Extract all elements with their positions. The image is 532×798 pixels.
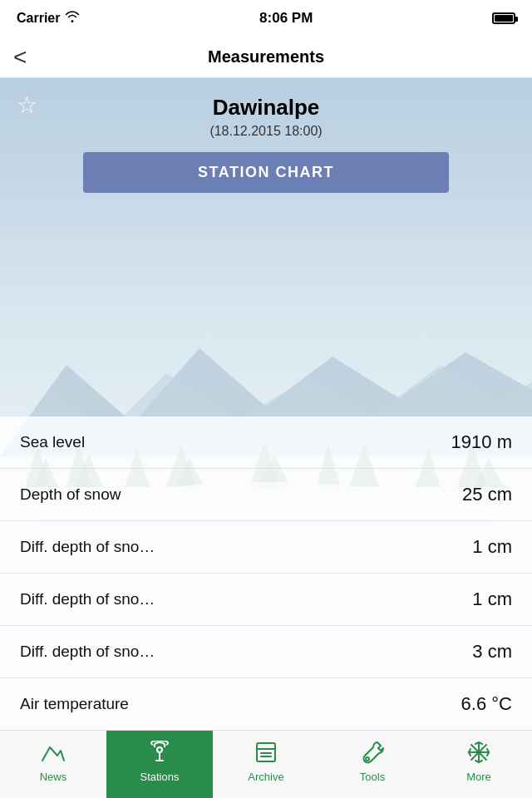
measurement-value-2: 1 cm — [472, 536, 512, 558]
measurement-value-5: 6.6 °C — [461, 693, 512, 715]
tab-item-more[interactable]: More — [426, 731, 532, 798]
tab-label-tools: Tools — [360, 771, 385, 783]
tab-label-news: News — [40, 771, 67, 783]
tab-label-more: More — [466, 771, 491, 783]
tab-item-archive[interactable]: Archive — [213, 731, 319, 798]
status-left: Carrier — [17, 11, 80, 26]
station-name: Dawinalpe — [17, 95, 515, 121]
measurement-row: Diff. depth of sno… 1 cm — [0, 574, 532, 626]
measurement-value-0: 1910 m — [451, 431, 512, 453]
measurement-label-0: Sea level — [20, 433, 85, 451]
station-date: (18.12.2015 18:00) — [17, 124, 515, 139]
wifi-icon — [65, 11, 80, 26]
measurement-value-3: 1 cm — [472, 589, 512, 610]
measurement-label-5: Air temperature — [20, 695, 129, 713]
carrier-label: Carrier — [17, 11, 60, 26]
measurement-value-4: 3 cm — [472, 641, 512, 663]
measurement-label-3: Diff. depth of sno… — [20, 590, 155, 608]
back-button[interactable]: < — [13, 46, 27, 69]
station-header: ☆ Dawinalpe (18.12.2015 18:00) STATION C… — [0, 78, 532, 193]
measurement-row: Diff. depth of sno… 3 cm — [0, 626, 532, 678]
tools-icon — [361, 741, 384, 767]
measurement-row: Depth of snow 25 cm — [0, 469, 532, 521]
svg-point-23 — [366, 757, 369, 761]
main-content: ☆ Dawinalpe (18.12.2015 18:00) STATION C… — [0, 78, 532, 730]
tab-label-stations: Stations — [140, 771, 180, 783]
more-icon — [467, 741, 490, 767]
tab-bar: News Stations Archive Tools More — [0, 730, 532, 798]
measurement-label-4: Diff. depth of sno… — [20, 643, 155, 661]
tab-item-news[interactable]: News — [0, 731, 106, 798]
measurement-label-1: Depth of snow — [20, 485, 121, 504]
news-icon — [42, 741, 65, 767]
nav-bar: < Measurements — [0, 37, 532, 78]
tab-item-tools[interactable]: Tools — [319, 731, 426, 798]
archive-icon — [254, 741, 278, 767]
status-right — [492, 12, 515, 24]
measurements-list: Sea level 1910 m Depth of snow 25 cm Dif… — [0, 416, 532, 730]
measurement-row: Diff. depth of sno… 1 cm — [0, 521, 532, 574]
status-bar: Carrier 8:06 PM — [0, 0, 532, 37]
tab-item-stations[interactable]: Stations — [106, 731, 213, 798]
status-time: 8:06 PM — [259, 10, 313, 27]
measurement-label-2: Diff. depth of sno… — [20, 538, 155, 556]
page-title: Measurements — [208, 47, 324, 66]
station-chart-button[interactable]: STATION CHART — [83, 152, 449, 193]
battery-icon — [492, 12, 515, 24]
measurement-row: Air temperature 6.6 °C — [0, 678, 532, 730]
measurement-row: Sea level 1910 m — [0, 416, 532, 469]
tab-label-archive: Archive — [248, 771, 283, 783]
favorite-button[interactable]: ☆ — [17, 91, 37, 119]
measurement-value-1: 25 cm — [462, 484, 512, 505]
stations-icon — [148, 741, 171, 767]
